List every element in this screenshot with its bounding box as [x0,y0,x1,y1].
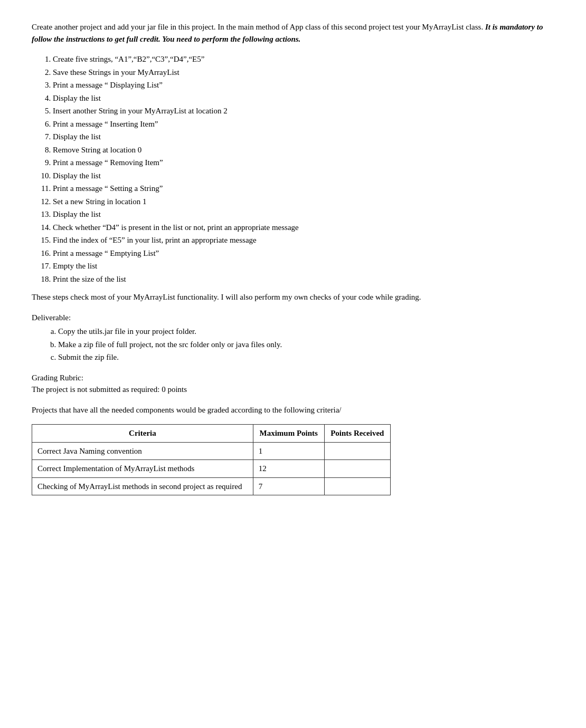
deliverable-item-2: Make a zip file of full project, not the… [58,339,554,351]
step-item-11: Print a message “ Setting a String” [53,183,554,195]
table-cell-2-2 [324,477,390,495]
table-cell-2-0: Checking of MyArrayList methods in secon… [32,477,253,495]
step-item-1: Create five strings, “A1”,“B2”,“C3”,“D4”… [53,53,554,65]
table-header-row: CriteriaMaximum PointsPoints Received [32,425,391,443]
table-row: Checking of MyArrayList methods in secon… [32,477,391,495]
grading-section: Grading Rubric: The project is not submi… [32,372,554,396]
table-cell-1-2 [324,460,390,478]
step-item-5: Insert another String in your MyArrayLis… [53,105,554,117]
deliverable-list: Copy the utils.jar file in your project … [58,325,554,363]
step-item-16: Print a message “ Emptying List” [53,247,554,260]
grading-heading: Grading Rubric: [32,372,554,384]
step-item-12: Set a new String in location 1 [53,196,554,208]
step-item-13: Display the list [53,208,554,221]
table-cell-2-1: 7 [253,477,324,495]
step-item-9: Print a message “ Removing Item” [53,157,554,169]
deliverable-item-3: Submit the zip file. [58,351,554,363]
intro-text: Create another project and add your jar … [32,23,485,31]
projects-note: Projects that have all the needed compon… [32,404,554,416]
step-item-8: Remove String at location 0 [53,144,554,156]
step-item-17: Empty the list [53,260,554,272]
step-item-10: Display the list [53,170,554,182]
step-item-2: Save these Strings in your MyArrayList [53,66,554,79]
table-cell-1-0: Correct Implementation of MyArrayList me… [32,460,253,478]
table-header: CriteriaMaximum PointsPoints Received [32,425,391,443]
step-item-3: Print a message “ Displaying List” [53,79,554,91]
step-item-4: Display the list [53,92,554,104]
table-header-cell: Points Received [324,425,390,443]
step-item-18: Print the size of the list [53,273,554,285]
table-header-cell: Criteria [32,425,253,443]
table-cell-1-1: 12 [253,460,324,478]
table-row: Correct Implementation of MyArrayList me… [32,460,391,478]
deliverable-item-1: Copy the utils.jar file in your project … [58,325,554,338]
step-item-6: Print a message “ Inserting Item” [53,118,554,130]
steps-list: Create five strings, “A1”,“B2”,“C3”,“D4”… [53,53,554,285]
table-cell-0-2 [324,442,390,460]
table-header-cell: Maximum Points [253,425,324,443]
deliverable-heading: Deliverable: [32,312,554,324]
intro-paragraph: Create another project and add your jar … [32,21,554,45]
step-item-7: Display the list [53,131,554,143]
table-row: Correct Java Naming convention1 [32,442,391,460]
grading-note: The project is not submitted as required… [32,384,554,396]
step-item-15: Find the index of “E5” in your list, pri… [53,234,554,246]
table-body: Correct Java Naming convention1Correct I… [32,442,391,495]
check-paragraph: These steps check most of your MyArrayLi… [32,291,554,303]
table-cell-0-1: 1 [253,442,324,460]
grading-table: CriteriaMaximum PointsPoints Received Co… [32,424,391,495]
table-cell-0-0: Correct Java Naming convention [32,442,253,460]
step-item-14: Check whether “D4” is present in the lis… [53,222,554,234]
